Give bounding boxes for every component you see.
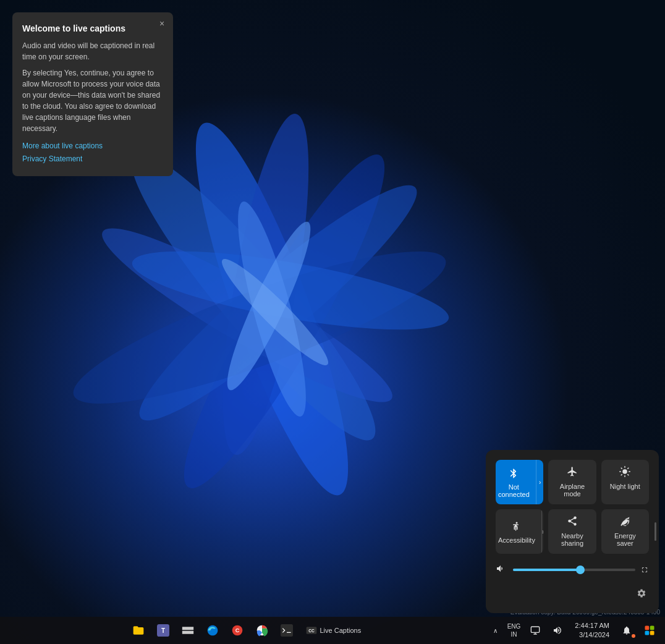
gear-icon — [637, 588, 646, 598]
night-light-icon — [619, 466, 630, 479]
bluetooth-button[interactable]: Not connected › — [496, 460, 543, 504]
volume-end — [640, 566, 649, 574]
volume-expand-icon — [640, 566, 649, 574]
svg-rect-24 — [650, 626, 654, 630]
tray-chevron-button[interactable]: ∧ — [488, 624, 502, 638]
taskbar-chrome[interactable] — [251, 621, 273, 640]
language-indicator[interactable]: ENG IN — [505, 621, 523, 640]
settings-icon-row — [496, 583, 649, 603]
close-button[interactable]: × — [156, 17, 168, 30]
taskbar-edge[interactable] — [201, 621, 224, 640]
notification-button[interactable] — [617, 622, 637, 639]
teams-tray-button[interactable] — [639, 621, 660, 640]
popup-body: Audio and video will be captioned in rea… — [22, 40, 163, 134]
energy-saver-icon — [619, 515, 630, 528]
quick-settings-scrollbar — [654, 522, 656, 541]
live-captions-label: Live Captions — [320, 627, 362, 634]
airplane-mode-button[interactable]: Airplane mode — [548, 460, 596, 504]
volume-slider-track[interactable] — [513, 569, 635, 571]
taskbar: T C — [0, 617, 665, 644]
notification-dot — [632, 634, 635, 638]
taskbar-clock[interactable]: 2:44:17 AM 3/14/2024 — [570, 620, 614, 642]
accessibility-chevron[interactable]: › — [541, 509, 543, 554]
popup-title: Welcome to live captions — [22, 22, 163, 35]
taskbar-file-explorer[interactable] — [127, 621, 150, 640]
airplane-label: Airplane mode — [553, 483, 591, 498]
accessibility-button[interactable]: Accessibility › — [496, 509, 543, 554]
privacy-statement-link[interactable]: Privacy Statement — [22, 153, 163, 164]
taskbar-explorer2[interactable] — [177, 621, 199, 640]
live-captions-popup: × Welcome to live captions Audio and vid… — [12, 12, 173, 176]
taskbar-live-captions[interactable]: CC Live Captions — [300, 621, 366, 640]
bluetooth-main: Not connected — [496, 460, 532, 504]
svg-text:C: C — [235, 627, 239, 633]
svg-point-13 — [515, 522, 517, 523]
svg-rect-19 — [281, 624, 293, 637]
quick-settings-gear-button[interactable] — [634, 586, 649, 603]
taskbar-right: ∧ ENG IN 2:44:17 AM 3/14/2024 — [488, 620, 665, 642]
taskbar-app5[interactable]: C — [226, 621, 248, 640]
sound-icon-button[interactable] — [548, 622, 567, 639]
svg-rect-22 — [532, 627, 540, 632]
svg-text:CC: CC — [308, 629, 315, 633]
network-icon-button[interactable] — [525, 622, 545, 639]
quick-settings-panel: Not connected › Airplane mode Night ligh… — [486, 450, 659, 613]
airplane-icon — [567, 466, 578, 479]
quick-settings-grid: Not connected › Airplane mode Night ligh… — [496, 460, 649, 554]
bluetooth-label: Not connected — [498, 483, 530, 498]
energy-saver-button[interactable]: Energy saver — [601, 509, 649, 554]
svg-text:T: T — [161, 627, 164, 634]
volume-row — [496, 561, 649, 578]
bluetooth-icon — [508, 468, 519, 481]
svg-point-12 — [623, 469, 628, 474]
svg-rect-25 — [645, 631, 650, 635]
accessibility-label: Accessibility — [498, 536, 535, 544]
svg-rect-26 — [650, 631, 654, 635]
taskbar-terminal[interactable] — [276, 621, 298, 640]
more-about-link[interactable]: More about live captions — [22, 140, 163, 151]
volume-slider-thumb[interactable] — [576, 566, 585, 574]
desktop: × Welcome to live captions Audio and vid… — [0, 0, 665, 644]
nearby-sharing-button[interactable]: Nearby sharing — [548, 509, 596, 554]
night-light-button[interactable]: Night light — [601, 460, 649, 504]
night-light-label: Night light — [610, 483, 640, 490]
nearby-sharing-icon — [567, 515, 578, 528]
taskbar-center: T C — [5, 621, 488, 640]
svg-rect-23 — [645, 626, 650, 630]
volume-icon — [496, 564, 508, 576]
accessibility-main: Accessibility — [496, 509, 538, 554]
accessibility-icon — [511, 521, 522, 534]
energy-saver-label: Energy saver — [606, 532, 644, 547]
nearby-sharing-label: Nearby sharing — [553, 532, 591, 547]
volume-slider-fill — [513, 569, 580, 571]
bluetooth-chevron[interactable]: › — [536, 460, 544, 504]
taskbar-teams[interactable]: T — [152, 621, 174, 640]
